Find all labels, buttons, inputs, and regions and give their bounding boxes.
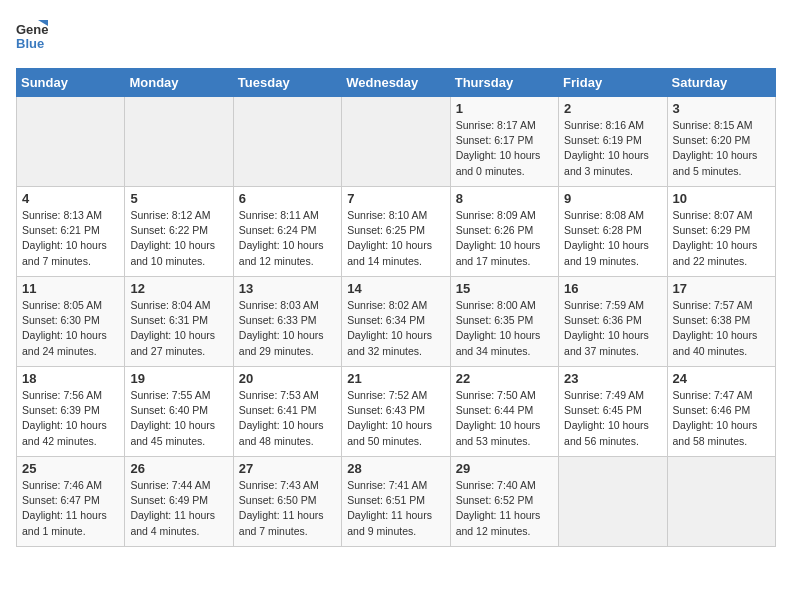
day-number: 17 [673, 281, 770, 296]
calendar-week-row: 25Sunrise: 7:46 AMSunset: 6:47 PMDayligh… [17, 457, 776, 547]
day-number: 20 [239, 371, 336, 386]
calendar-cell: 1Sunrise: 8:17 AMSunset: 6:17 PMDaylight… [450, 97, 558, 187]
calendar-cell: 13Sunrise: 8:03 AMSunset: 6:33 PMDayligh… [233, 277, 341, 367]
day-info: Sunrise: 8:17 AMSunset: 6:17 PMDaylight:… [456, 118, 553, 179]
calendar-cell: 26Sunrise: 7:44 AMSunset: 6:49 PMDayligh… [125, 457, 233, 547]
column-header-saturday: Saturday [667, 69, 775, 97]
day-info: Sunrise: 7:59 AMSunset: 6:36 PMDaylight:… [564, 298, 661, 359]
day-info: Sunrise: 8:15 AMSunset: 6:20 PMDaylight:… [673, 118, 770, 179]
day-number: 3 [673, 101, 770, 116]
calendar-cell: 12Sunrise: 8:04 AMSunset: 6:31 PMDayligh… [125, 277, 233, 367]
calendar-cell [17, 97, 125, 187]
calendar-cell: 15Sunrise: 8:00 AMSunset: 6:35 PMDayligh… [450, 277, 558, 367]
column-header-thursday: Thursday [450, 69, 558, 97]
page-header: General Blue [16, 16, 776, 60]
day-info: Sunrise: 7:57 AMSunset: 6:38 PMDaylight:… [673, 298, 770, 359]
day-number: 4 [22, 191, 119, 206]
day-info: Sunrise: 7:52 AMSunset: 6:43 PMDaylight:… [347, 388, 444, 449]
day-number: 7 [347, 191, 444, 206]
svg-text:General: General [16, 22, 48, 37]
calendar-cell: 19Sunrise: 7:55 AMSunset: 6:40 PMDayligh… [125, 367, 233, 457]
column-header-wednesday: Wednesday [342, 69, 450, 97]
column-header-monday: Monday [125, 69, 233, 97]
calendar-cell: 7Sunrise: 8:10 AMSunset: 6:25 PMDaylight… [342, 187, 450, 277]
column-header-tuesday: Tuesday [233, 69, 341, 97]
calendar-cell: 24Sunrise: 7:47 AMSunset: 6:46 PMDayligh… [667, 367, 775, 457]
calendar-week-row: 4Sunrise: 8:13 AMSunset: 6:21 PMDaylight… [17, 187, 776, 277]
day-info: Sunrise: 8:07 AMSunset: 6:29 PMDaylight:… [673, 208, 770, 269]
day-number: 29 [456, 461, 553, 476]
day-number: 25 [22, 461, 119, 476]
svg-text:Blue: Blue [16, 36, 44, 51]
calendar-cell: 18Sunrise: 7:56 AMSunset: 6:39 PMDayligh… [17, 367, 125, 457]
day-info: Sunrise: 8:04 AMSunset: 6:31 PMDaylight:… [130, 298, 227, 359]
calendar-cell: 8Sunrise: 8:09 AMSunset: 6:26 PMDaylight… [450, 187, 558, 277]
calendar-cell [233, 97, 341, 187]
day-info: Sunrise: 8:12 AMSunset: 6:22 PMDaylight:… [130, 208, 227, 269]
calendar-cell: 22Sunrise: 7:50 AMSunset: 6:44 PMDayligh… [450, 367, 558, 457]
calendar-cell: 23Sunrise: 7:49 AMSunset: 6:45 PMDayligh… [559, 367, 667, 457]
day-info: Sunrise: 7:47 AMSunset: 6:46 PMDaylight:… [673, 388, 770, 449]
calendar-cell: 9Sunrise: 8:08 AMSunset: 6:28 PMDaylight… [559, 187, 667, 277]
day-number: 13 [239, 281, 336, 296]
calendar-cell [559, 457, 667, 547]
logo: General Blue [16, 16, 48, 60]
calendar-cell: 10Sunrise: 8:07 AMSunset: 6:29 PMDayligh… [667, 187, 775, 277]
day-number: 27 [239, 461, 336, 476]
calendar-cell: 11Sunrise: 8:05 AMSunset: 6:30 PMDayligh… [17, 277, 125, 367]
day-number: 1 [456, 101, 553, 116]
calendar-table: SundayMondayTuesdayWednesdayThursdayFrid… [16, 68, 776, 547]
day-info: Sunrise: 8:11 AMSunset: 6:24 PMDaylight:… [239, 208, 336, 269]
day-number: 19 [130, 371, 227, 386]
day-number: 10 [673, 191, 770, 206]
day-info: Sunrise: 8:13 AMSunset: 6:21 PMDaylight:… [22, 208, 119, 269]
logo-svg: General Blue [16, 16, 48, 60]
column-header-sunday: Sunday [17, 69, 125, 97]
calendar-week-row: 1Sunrise: 8:17 AMSunset: 6:17 PMDaylight… [17, 97, 776, 187]
column-header-friday: Friday [559, 69, 667, 97]
calendar-cell: 20Sunrise: 7:53 AMSunset: 6:41 PMDayligh… [233, 367, 341, 457]
calendar-cell: 28Sunrise: 7:41 AMSunset: 6:51 PMDayligh… [342, 457, 450, 547]
day-info: Sunrise: 7:49 AMSunset: 6:45 PMDaylight:… [564, 388, 661, 449]
day-info: Sunrise: 8:08 AMSunset: 6:28 PMDaylight:… [564, 208, 661, 269]
calendar-cell: 3Sunrise: 8:15 AMSunset: 6:20 PMDaylight… [667, 97, 775, 187]
day-info: Sunrise: 7:55 AMSunset: 6:40 PMDaylight:… [130, 388, 227, 449]
day-info: Sunrise: 7:44 AMSunset: 6:49 PMDaylight:… [130, 478, 227, 539]
day-info: Sunrise: 7:53 AMSunset: 6:41 PMDaylight:… [239, 388, 336, 449]
day-info: Sunrise: 7:56 AMSunset: 6:39 PMDaylight:… [22, 388, 119, 449]
calendar-cell [125, 97, 233, 187]
day-info: Sunrise: 7:41 AMSunset: 6:51 PMDaylight:… [347, 478, 444, 539]
day-info: Sunrise: 8:16 AMSunset: 6:19 PMDaylight:… [564, 118, 661, 179]
day-info: Sunrise: 7:46 AMSunset: 6:47 PMDaylight:… [22, 478, 119, 539]
day-number: 12 [130, 281, 227, 296]
day-info: Sunrise: 7:40 AMSunset: 6:52 PMDaylight:… [456, 478, 553, 539]
day-number: 18 [22, 371, 119, 386]
calendar-cell [342, 97, 450, 187]
calendar-cell: 14Sunrise: 8:02 AMSunset: 6:34 PMDayligh… [342, 277, 450, 367]
day-info: Sunrise: 8:05 AMSunset: 6:30 PMDaylight:… [22, 298, 119, 359]
day-number: 16 [564, 281, 661, 296]
day-number: 15 [456, 281, 553, 296]
day-info: Sunrise: 8:10 AMSunset: 6:25 PMDaylight:… [347, 208, 444, 269]
calendar-cell: 16Sunrise: 7:59 AMSunset: 6:36 PMDayligh… [559, 277, 667, 367]
day-number: 2 [564, 101, 661, 116]
day-info: Sunrise: 8:03 AMSunset: 6:33 PMDaylight:… [239, 298, 336, 359]
day-number: 26 [130, 461, 227, 476]
day-number: 22 [456, 371, 553, 386]
day-info: Sunrise: 8:00 AMSunset: 6:35 PMDaylight:… [456, 298, 553, 359]
day-info: Sunrise: 8:02 AMSunset: 6:34 PMDaylight:… [347, 298, 444, 359]
calendar-cell: 21Sunrise: 7:52 AMSunset: 6:43 PMDayligh… [342, 367, 450, 457]
day-number: 8 [456, 191, 553, 206]
calendar-week-row: 18Sunrise: 7:56 AMSunset: 6:39 PMDayligh… [17, 367, 776, 457]
day-number: 21 [347, 371, 444, 386]
calendar-cell: 25Sunrise: 7:46 AMSunset: 6:47 PMDayligh… [17, 457, 125, 547]
calendar-cell: 29Sunrise: 7:40 AMSunset: 6:52 PMDayligh… [450, 457, 558, 547]
day-info: Sunrise: 7:43 AMSunset: 6:50 PMDaylight:… [239, 478, 336, 539]
day-number: 6 [239, 191, 336, 206]
day-info: Sunrise: 7:50 AMSunset: 6:44 PMDaylight:… [456, 388, 553, 449]
calendar-cell: 27Sunrise: 7:43 AMSunset: 6:50 PMDayligh… [233, 457, 341, 547]
day-number: 24 [673, 371, 770, 386]
day-number: 23 [564, 371, 661, 386]
calendar-cell: 5Sunrise: 8:12 AMSunset: 6:22 PMDaylight… [125, 187, 233, 277]
day-number: 14 [347, 281, 444, 296]
